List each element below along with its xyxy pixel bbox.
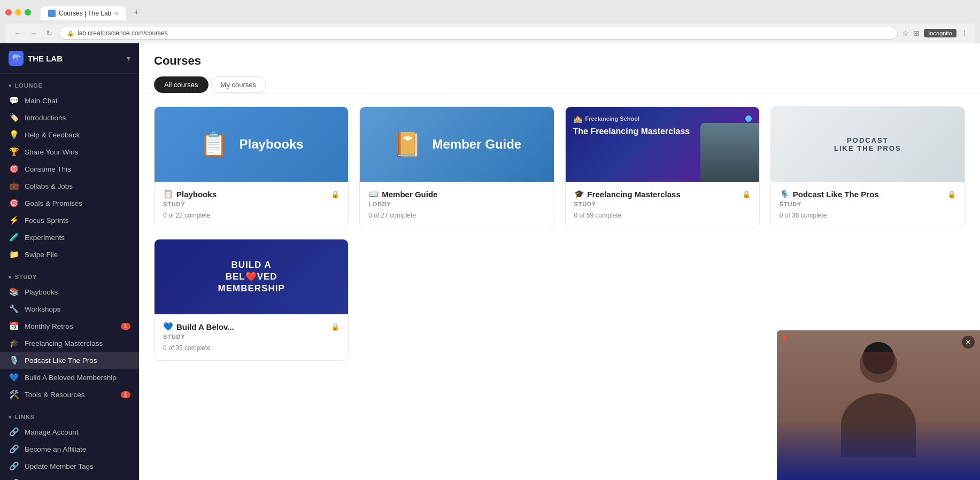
maximize-button[interactable] xyxy=(25,9,31,16)
tab-title: Courses | The Lab xyxy=(59,10,111,17)
sidebar-header: ⚗️ THE LAB ▾ xyxy=(0,43,139,74)
extensions-button[interactable]: ⊞ xyxy=(913,29,920,37)
chevron-down-icon: ▾ xyxy=(9,83,12,89)
course-thumb-playbooks: 📋 Playbooks xyxy=(155,107,348,182)
incognito-badge: Incognito xyxy=(924,29,956,37)
podcast-thumb-label: PODCASTLIKE THE PROS xyxy=(834,136,901,152)
playbooks-icon: 📋 xyxy=(163,189,173,199)
sidebar-item-label: Manage Account xyxy=(25,428,130,436)
course-category-playbooks: STUDY xyxy=(163,201,339,207)
playbooks-thumb-icon: 📋 xyxy=(199,130,229,158)
sidebar-item-label: Experiments xyxy=(25,234,130,242)
experiments-icon: 🧪 xyxy=(9,233,19,242)
browser-tabs: Courses | The Lab ✕ + xyxy=(41,4,975,20)
sidebar-section-links-header[interactable]: ▾ Links xyxy=(0,412,139,423)
freelancing-icon: 🎓 xyxy=(9,338,19,348)
video-close-button[interactable]: ✕ xyxy=(962,336,975,349)
sidebar-item-label: Focus Sprints xyxy=(25,216,130,224)
sidebar-item-label: Become an Affiliate xyxy=(25,445,130,453)
star-button[interactable]: ☆ xyxy=(902,29,909,37)
filter-tab-all-courses[interactable]: All courses xyxy=(154,76,209,93)
course-category-freelancing: STUDY xyxy=(574,201,751,207)
forward-button[interactable]: → xyxy=(28,28,40,38)
new-tab-button[interactable]: + xyxy=(128,4,144,20)
course-category-member-guide: LOBBY xyxy=(368,201,545,207)
sidebar-item-experiments[interactable]: 🧪 Experiments xyxy=(0,229,139,246)
back-button[interactable]: ← xyxy=(12,28,24,38)
sidebar-item-tools-resources[interactable]: 🛠️ Tools & Resources 1 xyxy=(0,386,139,403)
sidebar-item-update-member-tags[interactable]: 🔗 Update Member Tags xyxy=(0,458,139,475)
beloved-thumb-label: BUILD ABEL❤️VEDMEMBERSHIP xyxy=(218,259,285,295)
sidebar-item-workshops[interactable]: 🔧 Workshops xyxy=(0,300,139,318)
active-tab[interactable]: Courses | The Lab ✕ xyxy=(41,6,126,20)
course-thumb-beloved: BUILD ABEL❤️VEDMEMBERSHIP xyxy=(155,239,348,314)
beloved-icon: 💙 xyxy=(9,373,19,382)
course-card-beloved[interactable]: BUILD ABEL❤️VEDMEMBERSHIP 💙 Build A Belo… xyxy=(154,239,349,361)
sidebar-item-label: Introductions xyxy=(25,114,130,122)
sidebar-collapse-button[interactable]: ▾ xyxy=(127,54,130,63)
course-title-member-guide: 📖 Member Guide xyxy=(368,189,437,199)
sidebar-item-swipe-file[interactable]: 📁 Swipe File xyxy=(0,246,139,263)
sidebar-item-main-chat[interactable]: 💬 Main Chat xyxy=(0,92,139,109)
minimize-button[interactable] xyxy=(15,9,21,16)
member-guide-thumb-label: Member Guide xyxy=(433,137,522,152)
sidebar-item-introductions[interactable]: 🏷️ Introductions xyxy=(0,109,139,126)
chevron-down-icon: ▾ xyxy=(9,414,12,420)
nav-actions: ☆ ⊞ Incognito ⋮ xyxy=(902,29,968,37)
course-thumb-member-guide: 📔 Member Guide xyxy=(360,107,553,182)
video-live-dot xyxy=(782,336,786,340)
filter-tab-my-courses[interactable]: My courses xyxy=(211,76,266,93)
course-title-playbooks: 📋 Playbooks xyxy=(163,189,217,199)
sidebar-section-links: ▾ Links 🔗 Manage Account 🔗 Become an Aff… xyxy=(0,405,139,480)
sidebar-item-label: Monthly Retros xyxy=(25,322,115,330)
sidebar-item-freelancing-masterclass[interactable]: 🎓 Freelancing Masterclass xyxy=(0,335,139,352)
sidebar-section-study: ▾ STUDY 📚 Playbooks 🔧 Workshops 📅 Monthl… xyxy=(0,265,139,405)
tools-resources-badge: 1 xyxy=(121,391,130,398)
logo-icon: ⚗️ xyxy=(9,51,24,66)
lock-icon: 🔒 xyxy=(331,190,339,198)
sidebar-section-lounge-header[interactable]: ▾ LOUNGE xyxy=(0,80,139,92)
course-card-freelancing-masterclass[interactable]: 🏫 Freelancing School The Freelancing Mas… xyxy=(565,106,760,228)
collabs-icon: 💼 xyxy=(9,181,19,191)
sidebar-item-goals-promises[interactable]: 🎯 Goals & Promises xyxy=(0,195,139,212)
course-card-playbooks[interactable]: 📋 Playbooks 📋 Playbooks 🔒 STUDY 0 of 22 … xyxy=(154,106,349,228)
sidebar-item-playbooks[interactable]: 📚 Playbooks xyxy=(0,283,139,300)
close-button[interactable] xyxy=(5,9,12,16)
sidebar-item-build-a-beloved[interactable]: 💙 Build A Beloved Membership xyxy=(0,369,139,386)
sidebar-item-focus-sprints[interactable]: ⚡ Focus Sprints xyxy=(0,212,139,229)
sidebar-item-label: Freelancing Masterclass xyxy=(25,339,130,347)
sidebar-item-consume-this[interactable]: 🎯 Consume This xyxy=(0,160,139,177)
wins-icon: 🏆 xyxy=(9,147,19,157)
sidebar-item-manage-account[interactable]: 🔗 Manage Account xyxy=(0,423,139,440)
sidebar-item-suggestion-box[interactable]: 🔗 Suggestion Box xyxy=(0,475,139,480)
traffic-lights[interactable] xyxy=(5,9,31,16)
sidebar-logo: ⚗️ THE LAB xyxy=(9,51,63,66)
section-study-label: STUDY xyxy=(15,274,37,280)
playbooks-thumb-label: Playbooks xyxy=(240,137,304,152)
sidebar-item-help-feedback[interactable]: 💡 Help & Feedback xyxy=(0,126,139,143)
course-title-podcast: 🎙️ Podcast Like The Pros xyxy=(780,189,879,199)
member-guide-icon: 📖 xyxy=(368,189,379,199)
sidebar-section-study-header[interactable]: ▾ STUDY xyxy=(0,272,139,283)
sidebar-item-label: Main Chat xyxy=(25,97,130,105)
course-card-podcast[interactable]: PODCASTLIKE THE PROS 🎙️ Podcast Like The… xyxy=(770,106,965,228)
url-text: lab.creatorscience.com/courses xyxy=(78,29,168,37)
address-bar[interactable]: 🔒 lab.creatorscience.com/courses xyxy=(59,27,898,40)
manage-account-icon: 🔗 xyxy=(9,427,19,437)
course-card-body-playbooks: 📋 Playbooks 🔒 STUDY 0 of 22 complete xyxy=(155,182,348,228)
refresh-button[interactable]: ↻ xyxy=(44,28,55,38)
sidebar-item-podcast-like-the-pros[interactable]: 🎙️ Podcast Like The Pros xyxy=(0,352,139,369)
video-overlay[interactable]: ✕ xyxy=(777,330,980,480)
course-title-row: 📋 Playbooks 🔒 xyxy=(163,189,339,199)
freelancing-school-icon: 🏫 xyxy=(573,114,582,123)
freelancing-icon: 🎓 xyxy=(574,189,584,199)
menu-button[interactable]: ⋮ xyxy=(961,29,968,37)
sidebar-item-monthly-retros[interactable]: 📅 Monthly Retros 1 xyxy=(0,318,139,335)
course-card-member-guide[interactable]: 📔 Member Guide 📖 Member Guide LOBBY 0 of… xyxy=(359,106,554,228)
sidebar-item-collabs-jobs[interactable]: 💼 Collabs & Jobs xyxy=(0,177,139,195)
sidebar-item-become-affiliate[interactable]: 🔗 Become an Affiliate xyxy=(0,440,139,458)
tab-close-button[interactable]: ✕ xyxy=(114,11,119,17)
sidebar-item-share-your-wins[interactable]: 🏆 Share Your Wins xyxy=(0,143,139,160)
member-tags-icon: 🔗 xyxy=(9,461,19,471)
section-lounge-label: LOUNGE xyxy=(15,82,43,89)
